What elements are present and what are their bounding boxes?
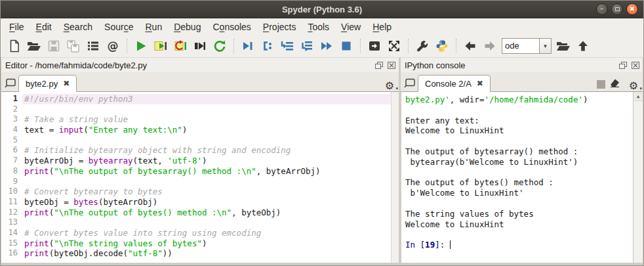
code-line[interactable]: # Initialize bytearray object with strin… xyxy=(22,145,391,156)
console-output[interactable]: byte2.py', wdir='/home/fahmida/code')Ent… xyxy=(401,92,633,263)
new-file-icon[interactable] xyxy=(6,37,23,55)
console-line[interactable]: byte2.py', wdir='/home/fahmida/code') xyxy=(405,95,633,105)
console-line[interactable]: The output of bytesarray() method : xyxy=(405,146,633,157)
rerun-cell-icon[interactable] xyxy=(172,37,189,55)
tab-console-2a[interactable]: Console 2/A ✖ xyxy=(418,75,491,92)
menu-tools[interactable]: Tools xyxy=(302,20,335,34)
code-line[interactable] xyxy=(22,217,391,228)
code-line[interactable] xyxy=(22,135,391,146)
console-line[interactable] xyxy=(405,229,633,240)
browse-tabs-icon[interactable] xyxy=(401,75,418,91)
console-options-gear-icon[interactable]: ⚙ xyxy=(629,81,638,91)
python-path-icon[interactable] xyxy=(433,37,451,55)
find-symbols-icon[interactable]: @ xyxy=(104,37,121,55)
console-scrollbar[interactable]: ▲ xyxy=(633,92,643,263)
run-cell-icon[interactable] xyxy=(152,37,169,55)
code-line[interactable]: # Take a string value xyxy=(22,114,391,125)
code-line[interactable]: print(byteObj.decode("utf-8")) xyxy=(22,248,391,259)
console-line[interactable]: In [19]: xyxy=(405,240,633,250)
menu-search[interactable]: Search xyxy=(58,20,98,34)
maximize-icon[interactable] xyxy=(611,3,623,15)
text-segment: print xyxy=(24,166,49,176)
console-line[interactable]: Welcome to LinuxHint xyxy=(405,125,633,136)
scroll-up-icon[interactable]: ▲ xyxy=(634,92,643,101)
open-file-icon[interactable] xyxy=(26,37,43,55)
menu-projects[interactable]: Projects xyxy=(257,20,302,34)
debug-step-return-icon[interactable] xyxy=(298,37,315,55)
code-line[interactable]: print("\nThe output of bytesarray() meth… xyxy=(22,166,391,177)
clear-console-icon[interactable] xyxy=(609,78,620,90)
browse-tabs-icon[interactable] xyxy=(1,75,18,91)
console-line[interactable] xyxy=(405,136,633,146)
maximize-pane-icon[interactable] xyxy=(366,37,383,55)
code-editor[interactable]: 12345678910111213141516 #!/usr/bin/env p… xyxy=(1,92,399,263)
console-line[interactable] xyxy=(405,198,633,209)
run-file-icon[interactable] xyxy=(132,37,150,55)
code-line[interactable]: text = input("Enter any text:\n") xyxy=(22,125,391,135)
code-line[interactable]: byteArrObj = bytearray(text, 'utf-8') xyxy=(22,156,391,166)
menu-run[interactable]: Run xyxy=(139,20,168,34)
menu-consoles[interactable]: Consoles xyxy=(207,20,256,34)
run-selection-icon[interactable] xyxy=(191,37,209,55)
console-line[interactable] xyxy=(405,167,633,178)
console-line[interactable]: The output of bytes() method : xyxy=(405,177,633,188)
code-line[interactable]: # Convert bytearray to bytes xyxy=(22,187,391,197)
save-all-icon[interactable] xyxy=(65,37,82,55)
rerun-icon[interactable] xyxy=(211,37,228,55)
line-number: 11 xyxy=(1,197,22,208)
menu-source[interactable]: Source xyxy=(98,20,139,34)
titlebar[interactable]: Spyder (Python 3.6) − ✕ xyxy=(1,1,643,18)
editor-panel: Editor - /home/fahmida/code/byte2.py byt… xyxy=(1,58,399,263)
open-dir-icon[interactable] xyxy=(555,37,572,55)
tab-close-icon[interactable]: ✖ xyxy=(63,79,70,88)
undock-pane-icon[interactable] xyxy=(374,61,384,70)
interrupt-kernel-icon[interactable] xyxy=(597,80,605,89)
console-line[interactable]: The string values of bytes xyxy=(405,209,633,219)
working-dir-value[interactable]: ode xyxy=(502,38,540,54)
ipython-console[interactable]: byte2.py', wdir='/home/fahmida/code')Ent… xyxy=(401,92,643,263)
debug-continue-icon[interactable] xyxy=(318,37,335,55)
fullscreen-icon[interactable] xyxy=(386,37,403,55)
menu-help[interactable]: Help xyxy=(367,20,397,34)
preferences-wrench-icon[interactable] xyxy=(414,37,431,55)
back-icon[interactable] xyxy=(462,37,479,55)
forward-icon[interactable] xyxy=(481,37,498,55)
menu-view[interactable]: View xyxy=(335,20,367,34)
code-line[interactable]: print("\nThe string values of bytes") xyxy=(22,238,391,249)
file-switcher-icon[interactable] xyxy=(85,37,102,55)
editor-scrollbar[interactable] xyxy=(391,92,399,263)
tab-close-icon[interactable]: ✖ xyxy=(477,79,483,88)
code-line[interactable] xyxy=(22,104,391,115)
tab-byte2-py[interactable]: byte2.py ✖ xyxy=(18,75,77,92)
save-icon[interactable] xyxy=(45,37,62,55)
parent-dir-icon[interactable] xyxy=(574,37,592,55)
editor-options-gear-icon[interactable]: ⚙ xyxy=(385,81,394,91)
menu-edit[interactable]: Edit xyxy=(30,20,58,34)
minimize-icon[interactable]: − xyxy=(596,3,608,15)
debug-step-icon[interactable] xyxy=(259,37,276,55)
close-icon[interactable]: ✕ xyxy=(626,3,638,15)
menu-debug[interactable]: Debug xyxy=(168,20,207,34)
debug-stop-icon[interactable] xyxy=(338,37,355,55)
console-line[interactable]: Enter any text: xyxy=(405,116,633,126)
code-area[interactable]: #!/usr/bin/env python3# Take a string va… xyxy=(22,92,391,263)
close-pane-icon[interactable] xyxy=(386,61,396,70)
chevron-down-icon[interactable]: ▼ xyxy=(540,38,552,54)
code-line[interactable]: byteObj = bytes(byteArrObj) xyxy=(22,197,391,208)
debug-step-into-icon[interactable] xyxy=(279,37,296,55)
toolbar-separator xyxy=(127,39,127,53)
close-pane-icon[interactable] xyxy=(630,61,640,70)
code-line[interactable] xyxy=(22,177,391,187)
console-line[interactable]: Welcome to LinuxHint xyxy=(405,219,633,230)
code-line[interactable]: # Convert bytes value into string using … xyxy=(22,228,391,238)
console-line[interactable]: b'Welcome to LinuxHint' xyxy=(405,188,633,198)
working-dir-combobox[interactable]: ode ▼ xyxy=(502,38,552,54)
code-line[interactable]: #!/usr/bin/env python3 xyxy=(22,94,391,104)
menu-file[interactable]: File xyxy=(3,20,30,34)
debug-file-icon[interactable] xyxy=(239,37,256,55)
console-line[interactable] xyxy=(405,105,633,116)
code-line[interactable]: print("\nThe output of bytes() method :\… xyxy=(22,208,391,218)
undock-pane-icon[interactable] xyxy=(618,61,628,70)
line-number: 5 xyxy=(1,135,22,146)
console-line[interactable]: bytearray(b'Welcome to LinuxHint') xyxy=(405,157,633,167)
